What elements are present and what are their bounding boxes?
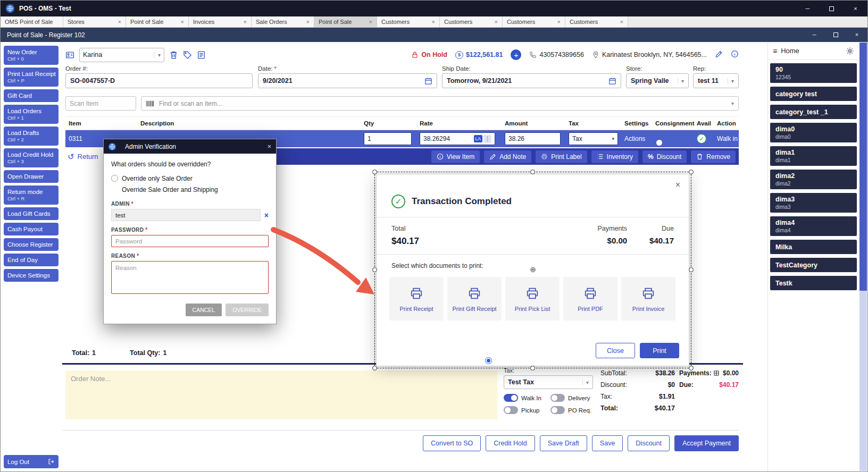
customer-balance[interactable]: $ $122,561.81 <box>455 51 503 59</box>
po-req-toggle[interactable]: PO Req. <box>550 406 597 414</box>
column-header[interactable]: Amount <box>502 120 565 127</box>
date-input[interactable] <box>263 77 424 85</box>
tab-oms-point-of-sale[interactable]: OMS Point of Sale <box>1 16 63 27</box>
column-header[interactable]: Qty <box>361 120 416 127</box>
tab-close-icon[interactable]: × <box>620 19 623 25</box>
category-tile[interactable]: TestCategory <box>770 258 857 272</box>
tax-select[interactable]: Tax ▾ <box>569 132 618 145</box>
menu-icon[interactable]: ≡ <box>773 47 777 55</box>
tab-close-icon[interactable]: × <box>369 19 372 25</box>
ship-date-input[interactable] <box>447 77 608 85</box>
sidebar-item-return-mode[interactable]: Return modeCtrl + R <box>4 186 59 205</box>
column-header[interactable]: Tax <box>565 120 621 127</box>
find-item-combobox[interactable]: Find or scan an item... ▾ <box>141 96 739 111</box>
delivery-toggle[interactable]: Delivery <box>550 394 597 402</box>
tab-close-icon[interactable]: × <box>557 19 561 25</box>
sidebar-item-print-last-receipt[interactable]: Print Last ReceiptCtrl + P <box>4 68 59 87</box>
tab-close-icon[interactable]: × <box>495 19 498 25</box>
accept-payment-button[interactable]: Accept Payment <box>674 435 739 451</box>
print-label-button[interactable]: Print Label <box>536 150 587 163</box>
tab-point-of-sale[interactable]: Point of Sale× <box>126 16 189 27</box>
register-close-icon[interactable]: × <box>846 28 867 42</box>
edit-customer-icon[interactable] <box>715 50 723 60</box>
column-header[interactable]: Consignment <box>652 120 694 127</box>
sidebar-item-open-drawer[interactable]: Open Drawer <box>4 170 59 183</box>
category-tile[interactable]: dima4dima4 <box>770 216 857 236</box>
tab-close-icon[interactable]: × <box>181 19 184 25</box>
tab-customers-1[interactable]: Customers× <box>377 16 440 27</box>
sidebar-item-end-of-day[interactable]: End of Day <box>4 254 59 266</box>
view-item-button[interactable]: View Item <box>431 150 480 163</box>
payments-grid-icon[interactable] <box>713 370 720 376</box>
column-header[interactable]: Rate <box>416 120 502 127</box>
tab-close-icon[interactable]: × <box>244 19 247 25</box>
tag-icon[interactable] <box>183 50 192 60</box>
sidebar-item-choose-register[interactable]: Choose Register <box>4 238 59 251</box>
order-number-input[interactable] <box>70 77 248 85</box>
calendar-icon[interactable] <box>608 77 616 85</box>
tab-close-icon[interactable]: × <box>306 19 310 25</box>
order-tax-select[interactable]: Test Tax ▾ <box>504 375 593 389</box>
add-payment-icon[interactable]: + <box>511 49 521 60</box>
delete-customer-icon[interactable] <box>169 50 178 60</box>
store-select[interactable]: Spring Valle ▾ <box>626 73 689 88</box>
override-sale-order-and-shipping-option[interactable]: Override Sale Order and Shipping <box>111 184 269 195</box>
reason-input[interactable] <box>111 261 269 294</box>
print-invoice-button[interactable]: Print Invoice <box>621 277 675 321</box>
action-cell[interactable]: Walk in <box>714 135 742 142</box>
tab-sale-orders[interactable]: Sale Orders× <box>252 16 314 27</box>
column-header[interactable]: Settings <box>621 120 652 127</box>
tab-stores[interactable]: Stores× <box>63 16 126 27</box>
sidebar-item-gift-card[interactable]: Gift Card <box>4 89 59 102</box>
window-minimize-icon[interactable]: ─ <box>796 1 820 16</box>
password-input[interactable] <box>111 235 269 247</box>
order-note-input[interactable] <box>65 370 497 419</box>
window-maximize-icon[interactable] <box>820 1 844 16</box>
remove-button[interactable]: Remove <box>691 150 736 163</box>
category-tile[interactable]: Testk <box>770 276 857 290</box>
walk-in-toggle[interactable]: Walk In <box>504 394 550 402</box>
category-tile[interactable]: Milka <box>770 240 857 254</box>
gear-icon[interactable] <box>846 47 854 55</box>
rep-select[interactable]: test 11 ▾ <box>693 73 739 88</box>
sidebar-item-load-gift-cards[interactable]: Load Gift Cards <box>4 207 59 220</box>
tab-invoices[interactable]: Invoices× <box>189 16 252 27</box>
tab-customers-2[interactable]: Customers× <box>440 16 503 27</box>
save-draft-button[interactable]: Save Draft <box>540 435 587 451</box>
actions-link[interactable]: Actions <box>621 135 652 142</box>
column-header[interactable]: Description <box>137 120 361 127</box>
qty-input[interactable]: 1 <box>364 132 412 145</box>
dialog-close-icon[interactable]: × <box>675 180 680 190</box>
print-pick-list-button[interactable]: Print Pick List <box>505 277 560 321</box>
customer-notes-icon[interactable] <box>197 50 206 60</box>
scan-item-input[interactable] <box>65 96 136 111</box>
scrollbar-thumb[interactable] <box>859 43 867 291</box>
column-header[interactable]: Item <box>65 120 137 127</box>
discount-button[interactable]: % Discount <box>642 150 687 163</box>
pickup-toggle[interactable]: Pickup <box>504 406 550 414</box>
logout-button[interactable]: Log Out <box>4 455 59 468</box>
tab-customers-3[interactable]: Customers× <box>503 16 565 27</box>
clear-admin-icon[interactable]: × <box>264 211 269 220</box>
sidebar-item-new-order[interactable]: New OrderCtrl + 0 <box>4 46 59 65</box>
customer-info-icon[interactable] <box>731 50 739 60</box>
convert-to-so-button[interactable]: Convert to SO <box>423 435 481 451</box>
admin-input[interactable] <box>111 209 261 221</box>
cancel-button[interactable]: CANCEL <box>186 304 222 316</box>
column-header[interactable]: Avail <box>694 120 714 127</box>
category-tile[interactable]: category test <box>770 87 857 101</box>
rate-input[interactable]: 38.26294 LA ⋮ <box>420 132 495 145</box>
home-label[interactable]: Home <box>781 47 799 55</box>
customer-card-icon[interactable] <box>65 50 74 60</box>
category-tile[interactable]: dima1dima1 <box>770 146 857 166</box>
credit-hold-button[interactable]: Credit Hold <box>486 435 535 451</box>
print-receipt-button[interactable]: Print Receipt <box>389 277 444 321</box>
sidebar-item-load-credit-hold[interactable]: Load Credit HoldCtrl + 3 <box>4 148 59 167</box>
category-tile[interactable]: dima0dima0 <box>770 123 857 142</box>
register-minimize-icon[interactable]: ─ <box>804 28 825 42</box>
category-tile[interactable]: dima3dima3 <box>770 193 857 213</box>
category-tile[interactable]: 9012345 <box>770 63 857 83</box>
tab-close-icon[interactable]: × <box>118 19 121 25</box>
dialog-print-button[interactable]: Print <box>640 343 679 358</box>
category-tile[interactable]: dima2dima2 <box>770 170 857 189</box>
